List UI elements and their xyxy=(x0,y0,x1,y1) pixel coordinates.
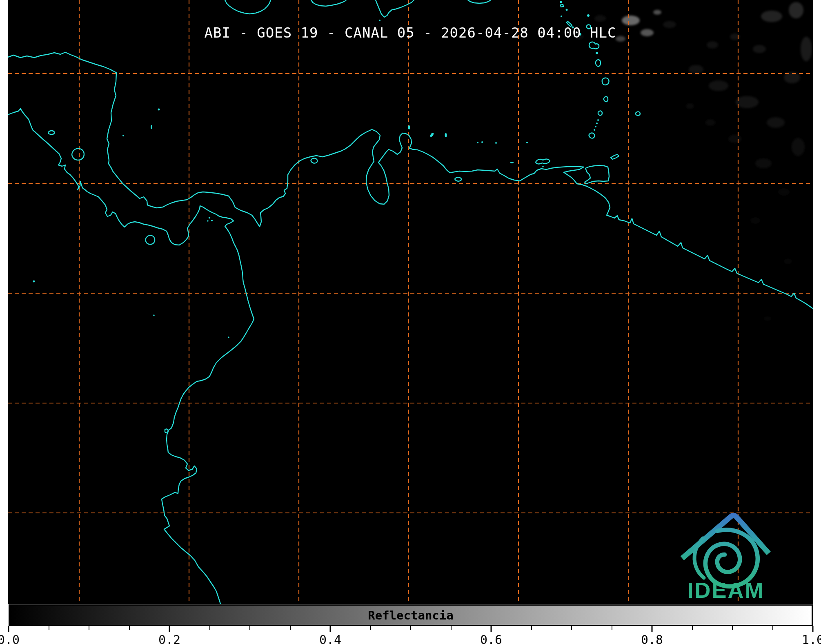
colorbar-major-tick xyxy=(652,626,653,632)
colorbar-minor-tick xyxy=(612,626,612,630)
colorbar-minor-tick xyxy=(129,626,130,630)
colorbar-major-tick xyxy=(330,626,331,632)
colorbar-major-tick xyxy=(169,626,170,632)
colorbar-tick-label: 0.4 xyxy=(319,633,341,644)
colorbar-tick-label: 0.8 xyxy=(641,633,663,644)
colorbar-minor-tick xyxy=(732,626,733,630)
colorbar-minor-tick xyxy=(410,626,411,630)
colorbar-minor-tick xyxy=(49,626,49,630)
colorbar-minor-tick xyxy=(531,626,532,630)
colorbar-minor-tick xyxy=(692,626,693,630)
colorbar: Reflectancia xyxy=(9,604,813,626)
colorbar-tick-label: 0.2 xyxy=(158,633,180,644)
colorbar-minor-tick xyxy=(772,626,773,630)
colorbar-minor-tick xyxy=(451,626,452,630)
colorbar-minor-tick xyxy=(290,626,291,630)
colorbar-tick-label: 0.0 xyxy=(0,633,20,644)
colorbar-tick-label: 1.0 xyxy=(802,633,821,644)
colorbar-minor-tick xyxy=(571,626,572,630)
colorbar-title: Reflectancia xyxy=(10,606,812,625)
colorbar-major-tick xyxy=(812,626,814,632)
colorbar-tick-label: 0.6 xyxy=(480,633,502,644)
colorbar-major-tick xyxy=(491,626,492,632)
colorbar-minor-tick xyxy=(209,626,210,630)
colorbar-minor-tick xyxy=(249,626,250,630)
map-title: ABI - GOES 19 - CANAL 05 - 2026-04-28 04… xyxy=(8,25,813,41)
colorbar-axis: 0.00.20.40.60.81.0 xyxy=(9,626,813,644)
satellite-map-area xyxy=(8,0,813,604)
colorbar-minor-tick xyxy=(89,626,89,630)
figure-canvas: IDEAM ABI - GOES 19 - CANAL 05 - 2026-04… xyxy=(0,0,821,644)
colorbar-major-tick xyxy=(8,626,9,632)
colorbar-minor-tick xyxy=(370,626,371,630)
